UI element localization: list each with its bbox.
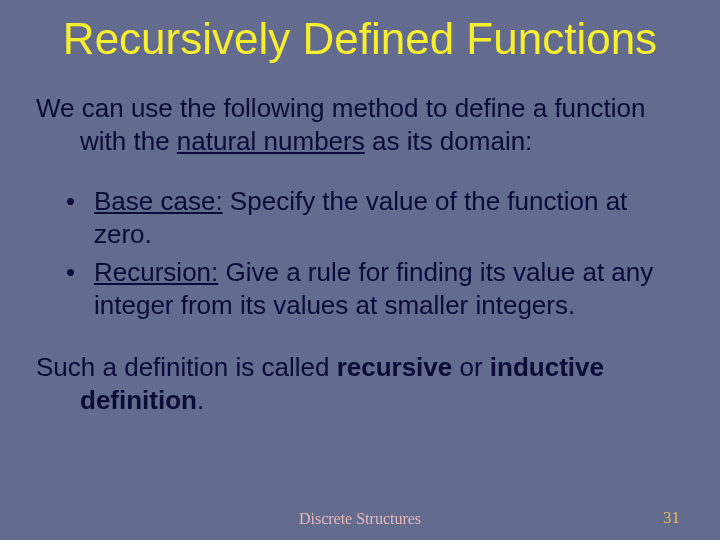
bullet-list: Base case: Specify the value of the func… (36, 185, 684, 321)
bullet-label: Base case: (94, 186, 223, 216)
bullet-label: Recursion: (94, 257, 218, 287)
footer-page-number: 31 (663, 508, 680, 528)
intro-underline: natural numbers (177, 126, 365, 156)
intro-paragraph: We can use the following method to defin… (36, 92, 684, 157)
bullet-base-case: Base case: Specify the value of the func… (66, 185, 684, 250)
closing-mid: or (452, 352, 490, 382)
intro-text-post: as its domain: (365, 126, 533, 156)
slide: Recursively Defined Functions We can use… (0, 0, 720, 540)
bullet-recursion: Recursion: Give a rule for finding its v… (66, 256, 684, 321)
closing-keyword-recursive: recursive (337, 352, 453, 382)
closing-pre: Such a definition is called (36, 352, 337, 382)
footer-course-name: Discrete Structures (299, 510, 421, 528)
slide-body: We can use the following method to defin… (0, 92, 720, 416)
closing-post: . (197, 385, 204, 415)
closing-paragraph: Such a definition is called recursive or… (36, 351, 684, 416)
slide-title: Recursively Defined Functions (0, 0, 720, 74)
